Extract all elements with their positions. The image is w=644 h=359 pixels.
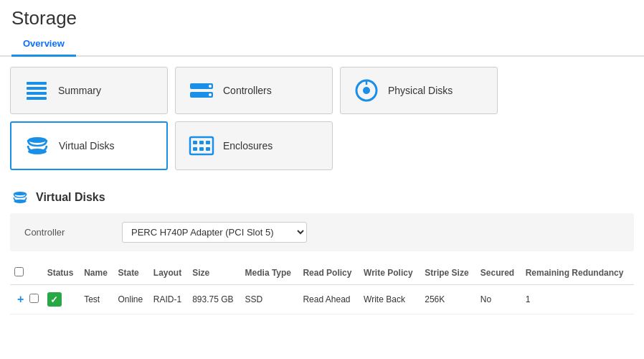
- add-row-button[interactable]: +: [14, 293, 27, 306]
- col-header-status: Status: [43, 261, 80, 285]
- col-header-select: [10, 261, 43, 285]
- controller-select[interactable]: PERC H740P Adapter (PCI Slot 5): [122, 222, 307, 243]
- virtual-disks-icon: [24, 133, 50, 159]
- tabs-bar: Overview: [0, 32, 644, 57]
- tab-overview[interactable]: Overview: [11, 32, 76, 57]
- row-add-cell: +: [10, 285, 43, 314]
- col-header-name: Name: [80, 261, 113, 285]
- col-header-media-type: Media Type: [241, 261, 299, 285]
- table-wrapper: Status Name State Layout Size Media Type…: [10, 261, 634, 314]
- card-row-2: Virtual Disks Enclosures: [10, 121, 634, 170]
- svg-rect-15: [199, 141, 204, 144]
- card-summary[interactable]: Summary: [10, 67, 168, 114]
- card-virtual-disks[interactable]: Virtual Disks: [10, 121, 168, 170]
- card-controllers-label: Controllers: [223, 85, 272, 96]
- svg-rect-3: [27, 97, 47, 100]
- svg-point-11: [28, 137, 47, 143]
- row-stripe-size-cell: 256K: [420, 285, 476, 314]
- enclosures-icon: [189, 133, 214, 159]
- col-header-size: Size: [188, 261, 240, 285]
- svg-point-9: [363, 87, 370, 94]
- table-header-row: Status Name State Layout Size Media Type…: [10, 261, 634, 285]
- svg-rect-13: [190, 137, 213, 154]
- virtual-disks-section-header: Virtual Disks: [0, 177, 644, 213]
- col-header-layout: Layout: [149, 261, 188, 285]
- select-all-checkbox[interactable]: [14, 267, 24, 276]
- svg-point-7: [209, 93, 212, 96]
- svg-rect-2: [27, 92, 47, 95]
- card-enclosures[interactable]: Enclosures: [175, 121, 333, 170]
- controllers-icon: [189, 78, 214, 103]
- row-status-cell: [43, 285, 80, 314]
- svg-rect-17: [193, 147, 197, 151]
- card-enclosures-label: Enclosures: [223, 140, 273, 151]
- col-header-write-policy: Write Policy: [359, 261, 420, 285]
- status-ok-icon: [47, 292, 62, 307]
- virtual-disks-section-title: Virtual Disks: [36, 191, 105, 204]
- virtual-disks-table: Status Name State Layout Size Media Type…: [10, 261, 634, 314]
- row-remaining-redundancy-cell: 1: [521, 285, 634, 314]
- col-header-state: State: [113, 261, 148, 285]
- card-summary-label: Summary: [58, 85, 101, 96]
- row-name-cell: Test: [80, 285, 113, 314]
- card-row-1: Summary Controllers: [10, 67, 634, 114]
- row-secured-cell: No: [476, 285, 521, 314]
- table-row: + Test Online RAID-1 893.75 GB SSD Read …: [10, 285, 634, 314]
- row-media-type-cell: SSD: [241, 285, 299, 314]
- cards-section: Summary Controllers: [0, 57, 644, 177]
- virtual-disks-section-icon: [11, 189, 29, 206]
- svg-rect-16: [206, 141, 210, 144]
- controller-row: Controller PERC H740P Adapter (PCI Slot …: [10, 213, 634, 251]
- svg-point-6: [209, 85, 212, 88]
- row-size-cell: 893.75 GB: [188, 285, 240, 314]
- col-header-stripe-size: Stripe Size: [420, 261, 476, 285]
- row-state-cell: Online: [113, 285, 148, 314]
- row-read-policy-cell: Read Ahead: [298, 285, 359, 314]
- svg-rect-18: [199, 147, 204, 151]
- svg-point-12: [28, 149, 47, 154]
- row-checkbox[interactable]: [29, 294, 39, 303]
- svg-point-21: [14, 200, 26, 203]
- col-header-read-policy: Read Policy: [298, 261, 359, 285]
- col-header-remaining-redundancy: Remaining Redundancy: [521, 261, 634, 285]
- card-physical-disks[interactable]: Physical Disks: [340, 67, 498, 114]
- page-title: Storage: [0, 0, 644, 32]
- svg-rect-1: [27, 87, 47, 90]
- card-controllers[interactable]: Controllers: [175, 67, 333, 114]
- summary-icon: [24, 78, 49, 103]
- card-virtual-disks-label: Virtual Disks: [59, 140, 115, 151]
- row-layout-cell: RAID-1: [149, 285, 188, 314]
- svg-rect-0: [27, 82, 47, 85]
- svg-rect-14: [193, 141, 197, 144]
- svg-rect-19: [206, 147, 210, 151]
- physical-disks-icon: [354, 78, 379, 103]
- virtual-disks-table-container: Status Name State Layout Size Media Type…: [10, 261, 634, 314]
- row-write-policy-cell: Write Back: [359, 285, 420, 314]
- card-physical-disks-label: Physical Disks: [388, 85, 453, 96]
- svg-point-20: [14, 192, 26, 195]
- controller-label: Controller: [24, 227, 110, 238]
- col-header-secured: Secured: [476, 261, 521, 285]
